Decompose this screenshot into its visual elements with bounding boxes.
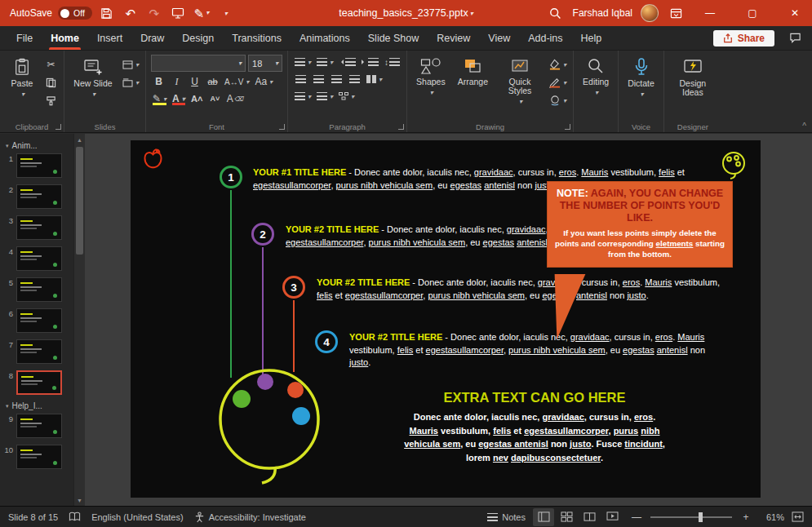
zoom-in-button[interactable]: + [739, 512, 752, 523]
slide-thumbnail-5[interactable] [16, 277, 62, 302]
font-name-combo[interactable]: ▾ [151, 55, 246, 72]
accessibility-status[interactable]: Accessibility: Investigate [194, 512, 306, 523]
slide-thumbnail-6[interactable] [16, 308, 62, 333]
slide-thumbnail-10[interactable] [16, 445, 62, 469]
normal-view-icon[interactable] [533, 508, 554, 526]
thumbnail-scrollbar[interactable]: ▲ ▼ [73, 134, 85, 506]
slide-indicator[interactable]: Slide 8 of 15 [8, 512, 58, 522]
align-right-icon[interactable] [329, 72, 344, 86]
slide-section-label[interactable]: ▾Anim... [4, 141, 72, 150]
slide-thumbnail-9[interactable] [16, 414, 62, 438]
menu-tab-file[interactable]: File [8, 26, 41, 50]
align-text-icon[interactable]: ▾ [315, 89, 335, 104]
note-callout[interactable]: NOTE: AGAIN, YOU CAN CHANGE THE NUMBER O… [547, 181, 733, 268]
clear-formatting-button[interactable]: A⌫ [225, 91, 245, 106]
dictate-button[interactable]: Dictate▾ [623, 55, 659, 100]
menu-tab-home[interactable]: Home [42, 26, 87, 50]
palette-graphic[interactable] [200, 364, 340, 488]
close-button[interactable]: ✕ [778, 0, 812, 26]
font-color-icon[interactable]: A▾ [171, 91, 187, 106]
menu-tab-add-ins[interactable]: Add-ins [520, 26, 570, 50]
quick-access-chevron-icon[interactable]: ▾ [216, 3, 234, 23]
autosave-toggle[interactable]: Off [58, 7, 92, 20]
point-number-2[interactable]: 2 [251, 223, 274, 246]
columns-icon[interactable]: ▾ [365, 72, 384, 86]
language-status[interactable]: English (United States) [91, 512, 184, 522]
increase-font-size-button[interactable]: A˄ [189, 91, 205, 106]
present-icon[interactable] [169, 3, 187, 23]
numbering-icon[interactable]: ▾ [315, 55, 335, 69]
font-dialog-launcher-icon[interactable] [279, 124, 285, 130]
cut-icon[interactable]: ✂ [43, 57, 59, 72]
font-size-combo[interactable]: 18▾ [248, 55, 282, 72]
reading-view-icon[interactable] [579, 508, 600, 526]
new-slide-button[interactable]: New Slide▾ [69, 55, 117, 100]
point-number-3[interactable]: 3 [282, 276, 305, 299]
slide-thumbnail-7[interactable] [16, 339, 62, 364]
strikethrough-button[interactable]: ab [205, 74, 220, 89]
slideshow-icon[interactable] [601, 508, 623, 526]
menu-tab-draw[interactable]: Draw [132, 26, 172, 50]
decrease-font-size-button[interactable]: A˅ [207, 91, 223, 106]
change-case-button[interactable]: Aa▾ [253, 74, 274, 89]
format-painter-icon[interactable] [43, 93, 59, 108]
menu-tab-view[interactable]: View [480, 26, 518, 50]
bullets-icon[interactable]: ▾ [293, 55, 313, 69]
scroll-down-icon[interactable]: ▼ [74, 494, 85, 506]
spelling-check-icon[interactable] [69, 512, 81, 522]
slide-canvas[interactable]: 1YOUR #1 TITLE HERE - Donec ante dolor, … [85, 134, 812, 506]
slide-8[interactable]: 1YOUR #1 TITLE HERE - Donec ante dolor, … [131, 140, 761, 498]
menu-tab-review[interactable]: Review [428, 26, 478, 50]
point-text-3[interactable]: YOUR #2 TITLE HERE - Donec ante dolor, i… [317, 277, 722, 302]
zoom-slider-thumb[interactable] [699, 512, 703, 522]
slide-sorter-icon[interactable] [556, 508, 577, 526]
zoom-level[interactable]: 61% [760, 512, 784, 522]
notes-button[interactable]: Notes [487, 512, 526, 522]
share-button[interactable]: Share [713, 30, 774, 46]
copy-icon[interactable] [43, 75, 59, 90]
slide-thumbnail-1[interactable] [16, 153, 62, 178]
clipboard-dialog-launcher-icon[interactable] [55, 124, 61, 130]
point-text-4[interactable]: YOUR #2 TITLE HERE - Donec ante dolor, i… [349, 331, 724, 370]
point-number-4[interactable]: 4 [315, 330, 338, 353]
slide-section-icon[interactable]: ▾ [121, 75, 140, 90]
undo-icon[interactable]: ↶ [122, 3, 140, 23]
menu-tab-animations[interactable]: Animations [291, 26, 358, 50]
zoom-out-button[interactable]: — [630, 512, 643, 523]
shape-outline-icon[interactable]: ▾ [548, 75, 568, 90]
slide-thumbnail-8[interactable] [16, 370, 62, 395]
scroll-up-icon[interactable]: ▲ [74, 134, 85, 145]
character-spacing-button[interactable]: A↔V▾ [223, 74, 251, 89]
paste-button[interactable]: Paste▾ [5, 55, 39, 100]
justify-icon[interactable] [347, 72, 362, 86]
bold-button[interactable]: B [151, 74, 166, 89]
align-center-icon[interactable] [311, 72, 326, 86]
menu-tab-help[interactable]: Help [573, 26, 610, 50]
underline-button[interactable]: U [187, 74, 202, 89]
avatar[interactable] [641, 4, 659, 22]
redo-icon[interactable]: ↷ [145, 3, 163, 23]
slide-thumbnail-4[interactable] [16, 246, 62, 271]
text-direction-icon[interactable]: ▾ [293, 89, 313, 104]
line-spacing-icon[interactable]: ↕ [383, 55, 402, 69]
collapse-ribbon-icon[interactable]: ^ [802, 122, 806, 131]
zoom-slider[interactable] [650, 516, 732, 518]
indent-increase-icon[interactable] [360, 55, 380, 69]
menu-tab-slide-show[interactable]: Slide Show [360, 26, 428, 50]
text-highlight-icon[interactable]: ✎▾ [151, 91, 168, 106]
minimize-button[interactable]: — [693, 0, 727, 26]
extra-heading[interactable]: EXTRA TEXT CAN GO HERE [400, 390, 669, 405]
extra-body[interactable]: Donec ante dolor, iaculis nec, gravidaac… [402, 410, 668, 464]
quick-styles-button[interactable]: Quick Styles▾ [496, 55, 544, 108]
arrange-button[interactable]: Arrange [454, 55, 492, 89]
menu-tab-insert[interactable]: Insert [89, 26, 131, 50]
paragraph-dialog-launcher-icon[interactable] [398, 124, 404, 130]
document-title[interactable]: teaching_basics_23775.pptx [339, 7, 468, 19]
slide-thumbnail-2[interactable] [16, 184, 62, 209]
point-number-1[interactable]: 1 [220, 166, 242, 188]
shape-fill-icon[interactable]: ▾ [548, 57, 568, 72]
convert-smartart-icon[interactable]: ▾ [337, 89, 356, 104]
ribbon-display-options-icon[interactable] [667, 3, 685, 23]
scrollbar-thumb[interactable] [76, 147, 83, 255]
fit-slide-icon[interactable] [792, 512, 804, 522]
